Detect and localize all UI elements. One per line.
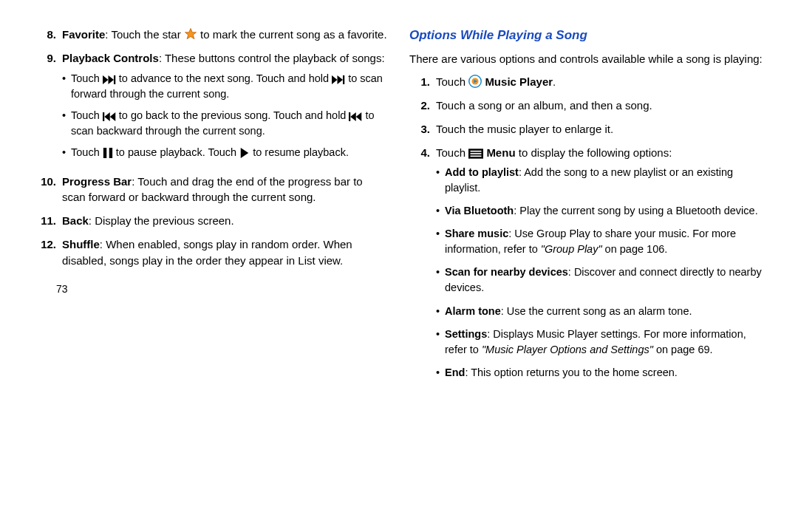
item-number: 1. — [409, 74, 436, 90]
item-body: Favorite: Touch the star to mark the cur… — [62, 27, 389, 43]
bullet-item: •Via Bluetooth: Play the current song by… — [436, 203, 763, 219]
item-number: 12. — [35, 236, 62, 269]
item-title: Progress Bar — [62, 175, 132, 188]
item-title: Shuffle — [62, 238, 100, 250]
next-icon — [332, 75, 345, 84]
bullet-dot: • — [62, 108, 71, 139]
item-title: Favorite — [62, 28, 105, 41]
item-bold: Music Player — [485, 75, 553, 88]
svg-marker-11 — [351, 112, 357, 121]
item-body: Playback Controls: These buttons control… — [62, 50, 389, 166]
svg-marker-1 — [103, 75, 109, 84]
list-item: 9. Playback Controls: These buttons cont… — [35, 50, 389, 166]
item-number: 2. — [409, 98, 436, 114]
options-list: •Add to playlist: Add the song to a new … — [436, 165, 763, 380]
item-body: Shuffle: When enabled, songs play in ran… — [62, 236, 389, 269]
star-icon — [184, 27, 197, 41]
bullet-item: • Touch to advance to the next song. Tou… — [62, 71, 389, 102]
svg-rect-21 — [471, 153, 482, 154]
bullet-text: Touch to go back to the previous song. T… — [71, 108, 389, 139]
svg-rect-13 — [103, 148, 106, 158]
item-body: Touch Music Player. — [436, 74, 763, 90]
item-text: : When enabled, songs play in random ord… — [62, 238, 352, 267]
item-title: Back — [62, 214, 89, 227]
svg-rect-3 — [114, 75, 115, 84]
svg-marker-4 — [332, 75, 338, 84]
item-number: 4. — [409, 145, 436, 388]
bullet-item: •Share music: Use Group Play to share yo… — [436, 226, 763, 257]
pause-icon — [103, 148, 113, 158]
item-number: 10. — [35, 174, 62, 206]
svg-rect-14 — [109, 148, 112, 158]
svg-rect-20 — [471, 150, 482, 151]
list-item: 4. Touch Menu to display the following o… — [409, 145, 763, 388]
item-bold: Menu — [486, 146, 515, 159]
item-body: Touch Menu to display the following opti… — [436, 145, 763, 388]
item-number: 11. — [35, 213, 62, 229]
svg-marker-0 — [185, 29, 196, 39]
menu-icon — [468, 149, 483, 159]
list-item: 11. Back: Display the previous screen. — [35, 213, 389, 229]
music-player-icon — [468, 75, 482, 88]
manual-page: 8. Favorite: Touch the star to mark the … — [0, 0, 798, 395]
item-text: Touch — [436, 75, 468, 88]
bullet-dot: • — [62, 71, 71, 102]
page-number: 73 — [56, 282, 389, 296]
item-body: Touch a song or an album, and then a son… — [436, 98, 763, 114]
play-icon — [239, 148, 250, 158]
svg-marker-9 — [109, 112, 115, 121]
list-item: 8. Favorite: Touch the star to mark the … — [35, 27, 389, 43]
svg-marker-2 — [108, 75, 114, 84]
svg-marker-8 — [104, 112, 110, 121]
item-text: . — [553, 75, 556, 88]
section-heading: Options While Playing a Song — [409, 27, 763, 45]
item-body: Touch the music player to enlarge it. — [436, 121, 763, 137]
previous-icon — [349, 112, 362, 121]
next-icon — [103, 75, 116, 84]
item-number: 8. — [35, 27, 62, 43]
list-item: 1. Touch Music Player. — [409, 74, 763, 90]
list-item: 10. Progress Bar: Touch and drag the end… — [35, 174, 389, 206]
bullet-item: •Alarm tone: Use the current song as an … — [436, 304, 763, 319]
bullet-dot: • — [62, 145, 71, 160]
item-text: : Touch the star — [105, 28, 183, 41]
item-text: to display the following options: — [516, 146, 672, 159]
right-column: Options While Playing a Song There are v… — [409, 27, 763, 395]
bullet-item: • Touch to pause playback. Touch to resu… — [62, 145, 389, 160]
bullet-text: Touch to advance to the next song. Touch… — [71, 71, 389, 102]
svg-rect-22 — [471, 155, 482, 157]
section-intro: There are various options and controls a… — [409, 51, 763, 67]
bullet-item: •Add to playlist: Add the song to a new … — [436, 165, 763, 196]
bullet-text: Touch to pause playback. Touch to resume… — [71, 145, 389, 160]
item-text: : Display the previous screen. — [89, 214, 234, 227]
item-body: Back: Display the previous screen. — [62, 213, 389, 229]
bullet-item: •End: This option returns you to the hom… — [436, 365, 763, 381]
list-item: 12. Shuffle: When enabled, songs play in… — [35, 236, 389, 269]
previous-icon — [103, 112, 116, 121]
item-body: Progress Bar: Touch and drag the end of … — [62, 174, 389, 206]
item-title: Playback Controls — [62, 52, 159, 64]
list-item: 2. Touch a song or an album, and then a … — [409, 98, 763, 114]
svg-rect-6 — [343, 75, 344, 84]
item-text: : These buttons control the playback of … — [159, 52, 385, 64]
item-text: Touch — [436, 146, 468, 159]
item-number: 3. — [409, 121, 436, 137]
svg-marker-12 — [356, 112, 362, 121]
bullet-item: •Settings: Displays Music Player setting… — [436, 327, 763, 358]
list-item: 3. Touch the music player to enlarge it. — [409, 121, 763, 137]
svg-rect-10 — [349, 112, 350, 121]
left-column: 8. Favorite: Touch the star to mark the … — [35, 27, 389, 395]
bullet-item: •Scan for nearby devices: Discover and c… — [436, 265, 763, 296]
bullet-item: • Touch to go back to the previous song.… — [62, 108, 389, 139]
item-text: to mark the current song as a favorite. — [200, 28, 387, 41]
svg-marker-15 — [241, 148, 249, 158]
svg-rect-7 — [103, 112, 104, 121]
item-number: 9. — [35, 50, 62, 166]
svg-marker-5 — [338, 75, 344, 84]
sub-bullets: • Touch to advance to the next song. Tou… — [62, 71, 389, 160]
